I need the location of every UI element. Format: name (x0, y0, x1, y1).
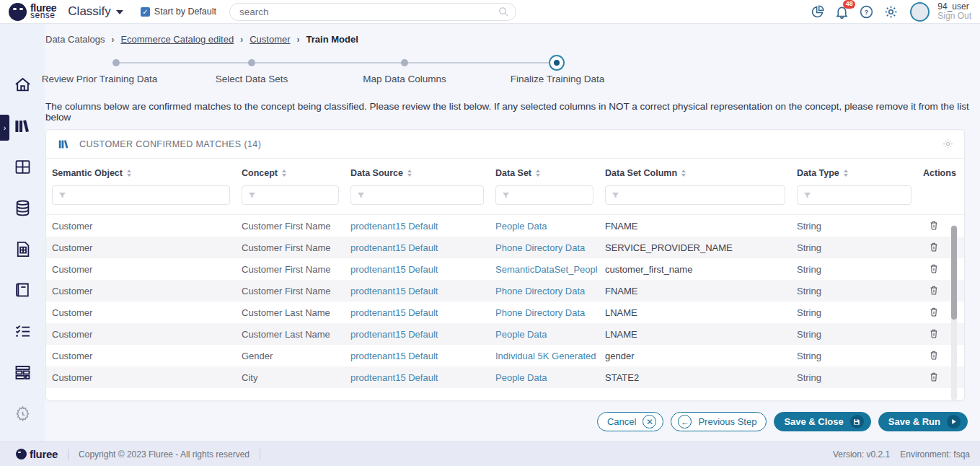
cell-data-set-column: LNAME (605, 307, 797, 318)
action-buttons: Cancel ✕ ← Previous Step Save & Close Sa… (45, 412, 968, 431)
cell-data-set-link[interactable]: Phone Directory Data (495, 286, 605, 296)
play-icon (947, 415, 961, 428)
sort-icon[interactable] (282, 170, 286, 177)
rows-stack-icon[interactable] (13, 363, 32, 382)
panel-title: CUSTOMER CONFIRMED MATCHES (14) (79, 139, 261, 149)
cell-data-set-link[interactable]: Phone Directory Data (495, 307, 605, 318)
table-scrollbar-track[interactable] (951, 225, 957, 400)
classify-dropdown[interactable]: Classify (68, 4, 123, 19)
chevron-down-icon (116, 10, 123, 14)
filter-data-source-input[interactable] (350, 185, 484, 205)
sign-out-link[interactable]: Sign Out (937, 12, 971, 21)
filter-data-type-input[interactable] (797, 185, 911, 205)
column-header-semantic-object[interactable]: Semantic Object (52, 168, 242, 178)
cancel-button[interactable]: Cancel ✕ (597, 412, 663, 431)
user-avatar[interactable] (910, 2, 930, 22)
instruction-text: The columns below are confirmed matches … (45, 101, 980, 123)
footer: fluree Copyright © 2023 Fluree - All rig… (0, 441, 980, 466)
cell-data-set-column: STATE2 (605, 372, 797, 383)
cell-data-source-link[interactable]: prodtenant15 Default (350, 286, 495, 296)
sort-icon[interactable] (407, 170, 412, 177)
divider (260, 449, 260, 460)
save-run-button[interactable]: Save & Run (878, 412, 968, 431)
delete-row-trash-icon[interactable] (927, 370, 940, 384)
filter-concept-input[interactable] (242, 185, 339, 205)
cell-data-source-link[interactable]: prodtenant15 Default (350, 264, 495, 275)
column-header-data-set-column[interactable]: Data Set Column (605, 168, 797, 178)
previous-step-label: Previous Step (698, 416, 756, 427)
cell-data-source-link[interactable]: prodtenant15 Default (350, 307, 495, 318)
home-icon[interactable] (13, 75, 32, 94)
breadcrumb-data-catalogs[interactable]: Data Catalogs (45, 34, 105, 45)
filter-data-set-column-input[interactable] (605, 185, 785, 205)
cell-data-type: String (797, 242, 923, 253)
app-logo: fluree sense (9, 3, 56, 21)
library-icon[interactable] (13, 116, 32, 136)
breadcrumb-current: Train Model (306, 34, 358, 45)
cell-data-set-link[interactable]: SemanticDataSet_Peopl (495, 264, 605, 275)
filter-data-set-input[interactable] (495, 185, 593, 205)
previous-step-button[interactable]: ← Previous Step (671, 412, 767, 431)
cell-data-set-link[interactable]: Individual 5K Generated (495, 351, 605, 361)
column-header-data-source[interactable]: Data Source (350, 168, 495, 178)
cell-data-set-column: FNAME (605, 286, 797, 296)
step-dot-1 (112, 59, 120, 66)
save-close-button[interactable]: Save & Close (774, 412, 870, 431)
sort-icon[interactable] (127, 170, 131, 177)
checklist-icon[interactable] (13, 322, 32, 341)
filter-semantic-object-input[interactable] (52, 185, 230, 205)
delete-row-trash-icon[interactable] (927, 219, 940, 232)
footer-logo-text: fluree (30, 448, 58, 460)
copyright-text: Copyright © 2023 Fluree - All rights res… (79, 449, 250, 460)
analytics-pie-icon[interactable] (809, 4, 826, 20)
classify-dropdown-label: Classify (68, 4, 111, 19)
grid-icon[interactable] (13, 157, 32, 177)
gear-clock-icon[interactable] (13, 404, 32, 423)
cell-semantic-object: Customer (52, 329, 242, 340)
step-dot-4-active (549, 55, 565, 71)
notifications-bell-icon[interactable]: 48 (834, 4, 850, 20)
sort-icon[interactable] (536, 170, 540, 177)
cell-concept: City (242, 372, 350, 383)
delete-row-trash-icon[interactable] (927, 262, 940, 276)
sort-icon[interactable] (844, 170, 848, 177)
cell-data-set-link[interactable]: People Data (495, 221, 605, 232)
delete-row-trash-icon[interactable] (927, 305, 940, 319)
sort-icon[interactable] (681, 170, 686, 177)
sidebar-active-indicator: › (0, 115, 9, 141)
breadcrumb-customer-link[interactable]: Customer (250, 34, 290, 45)
delete-row-trash-icon[interactable] (927, 283, 940, 297)
spreadsheet-file-icon[interactable] (13, 239, 32, 259)
cell-data-source-link[interactable]: prodtenant15 Default (350, 221, 495, 232)
cell-data-set-link[interactable]: People Data (495, 329, 605, 340)
cell-data-set-link[interactable]: Phone Directory Data (495, 242, 605, 253)
cell-data-source-link[interactable]: prodtenant15 Default (350, 372, 495, 383)
table-row: Customer Gender prodtenant15 Default Ind… (46, 345, 964, 366)
column-header-concept[interactable]: Concept (242, 168, 350, 178)
arrow-left-icon: ← (678, 415, 692, 428)
search-input[interactable] (229, 3, 516, 21)
delete-row-trash-icon[interactable] (927, 348, 940, 362)
column-header-data-set[interactable]: Data Set (495, 168, 605, 178)
chevron-right-icon: › (240, 35, 243, 45)
cell-data-source-link[interactable]: prodtenant15 Default (350, 242, 495, 253)
cell-data-set-link[interactable]: People Data (495, 372, 605, 383)
step-dot-3 (401, 59, 408, 66)
column-header-data-type[interactable]: Data Type (797, 168, 923, 178)
start-by-default-checkbox[interactable]: ✓ Start by Default (141, 6, 216, 17)
book-icon[interactable] (13, 281, 32, 300)
cell-data-source-link[interactable]: prodtenant15 Default (350, 329, 495, 340)
table-scrollbar-thumb[interactable] (951, 226, 957, 320)
help-icon[interactable]: ? (858, 4, 875, 20)
delete-row-trash-icon[interactable] (927, 240, 940, 254)
checkbox-checked-icon[interactable]: ✓ (141, 7, 150, 17)
cell-data-source-link[interactable]: prodtenant15 Default (350, 351, 495, 361)
fluree-logo-icon (16, 449, 27, 460)
delete-row-trash-icon[interactable] (927, 327, 940, 340)
settings-gear-icon[interactable] (883, 4, 899, 20)
database-icon[interactable] (13, 198, 32, 218)
close-icon: ✕ (643, 415, 656, 428)
cell-data-type: String (797, 286, 923, 296)
table-settings-gear-icon[interactable] (942, 138, 954, 150)
breadcrumb-catalog-link[interactable]: Ecommerce Catalog edited (120, 34, 234, 45)
